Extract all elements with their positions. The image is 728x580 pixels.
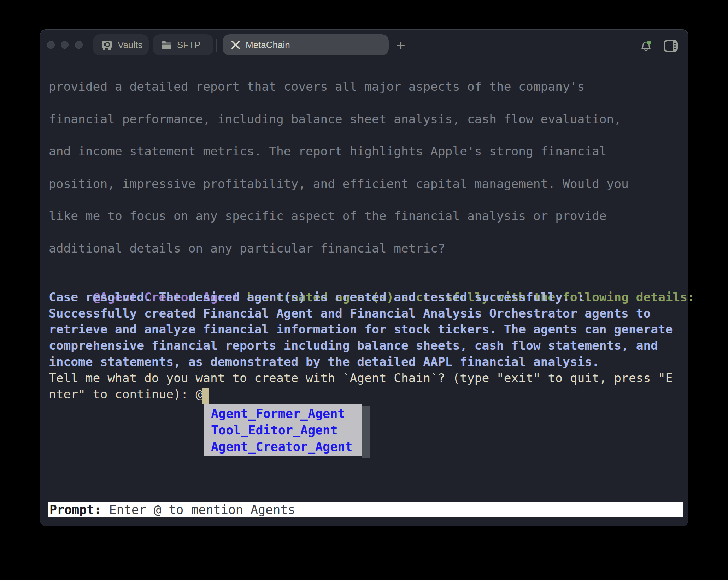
tab-metachain[interactable]: MetaChain <box>223 34 389 55</box>
tab-label: SFTP <box>177 40 200 51</box>
mention-option-agent-former-agent[interactable]: Agent_Former_Agent <box>211 406 362 422</box>
tab-label: Vaults <box>118 40 142 51</box>
terminal-cursor <box>202 388 209 404</box>
terminal-window: Vaults SFTP MetaChain + <box>40 29 688 526</box>
panel-toggle-button[interactable] <box>663 38 679 54</box>
terminal-input-prompt: Tell me what do you want to create with … <box>49 370 673 403</box>
bell-icon <box>640 40 652 52</box>
panel-toggle-icon <box>664 40 678 52</box>
tab-sftp[interactable]: SFTP <box>153 34 213 55</box>
dropdown-shadow <box>362 406 370 458</box>
traffic-light-minimize[interactable] <box>61 41 69 49</box>
tab-separator <box>216 39 217 52</box>
desktop-background: Vaults SFTP MetaChain + <box>0 0 728 580</box>
notifications-button[interactable] <box>638 38 654 54</box>
mention-dropdown: Agent_Former_Agent Tool_Editor_Agent Age… <box>204 404 362 456</box>
agent-creation-details: Case resolved. The desired agent(s) is c… <box>49 289 673 370</box>
mention-option-agent-creator-agent[interactable]: Agent_Creator_Agent <box>211 439 362 455</box>
prompt-bar: Prompt: Enter @ to mention Agents <box>48 502 683 517</box>
notification-dot <box>647 41 651 45</box>
traffic-light-maximize[interactable] <box>75 41 83 49</box>
tab-label: MetaChain <box>246 40 290 51</box>
prompt-label: Prompt: <box>49 503 102 517</box>
tab-vaults[interactable]: Vaults <box>93 34 149 55</box>
traffic-light-close[interactable] <box>47 41 55 49</box>
folder-icon <box>161 41 172 49</box>
new-tab-button[interactable]: + <box>394 39 408 53</box>
vault-icon <box>101 40 112 50</box>
mention-option-tool-editor-agent[interactable]: Tool_Editor_Agent <box>211 422 362 439</box>
prompt-hint: Enter @ to mention Agents <box>102 503 295 517</box>
assistant-output-paragraph: provided a detailed report that covers a… <box>49 71 629 265</box>
x-logo-icon <box>231 40 240 49</box>
